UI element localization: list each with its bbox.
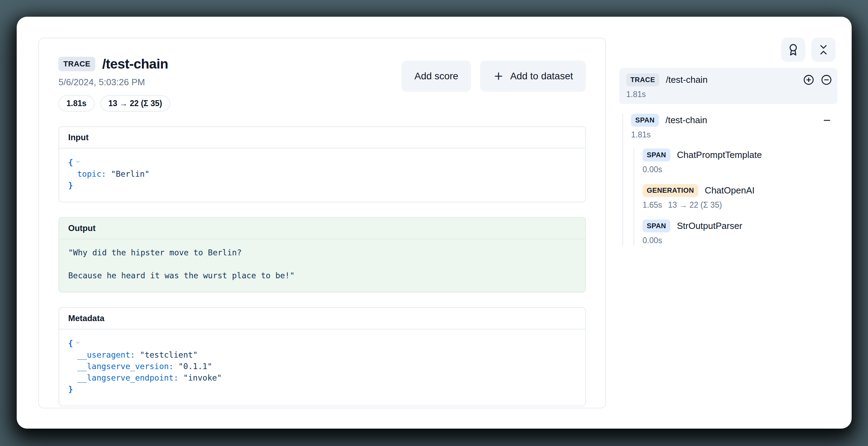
tree-item-span-root[interactable]: SPAN /test-chain 1.81s xyxy=(631,114,837,140)
output-line-1: "Why did the hipster move to Berlin? xyxy=(68,247,576,258)
json-entry: __useragent: "testclient" xyxy=(68,349,576,361)
trace-timestamp: 5/6/2024, 5:03:26 PM xyxy=(58,77,170,88)
minus-icon[interactable] xyxy=(822,116,832,125)
json-open-brace: { xyxy=(68,158,73,167)
tree-item-name: /test-chain xyxy=(666,115,707,126)
award-icon xyxy=(787,43,799,56)
json-key: topic: xyxy=(77,169,106,178)
tree-item-duration: 1.81s xyxy=(626,90,832,99)
json-entry: __langserve_endpoint: "invoke" xyxy=(68,372,576,384)
tree-item-name: /test-chain xyxy=(666,74,708,85)
json-value: "testclient" xyxy=(140,350,198,359)
input-json-viewer: { topic: "Berlin" } xyxy=(59,149,585,202)
tree-item-duration: 1.81s xyxy=(631,130,837,140)
json-value: "invoke" xyxy=(183,373,222,382)
tree-root-actions xyxy=(803,74,832,85)
trace-header: TRACE /test-chain 5/6/2024, 5:03:26 PM 1… xyxy=(58,56,586,112)
trace-type-badge: TRACE xyxy=(58,57,95,71)
tree-item-duration: 0.00s xyxy=(643,165,837,174)
output-content: "Why did the hipster move to Berlin? Bec… xyxy=(59,239,585,292)
tree-item-name: ChatPromptTemplate xyxy=(677,150,762,160)
metadata-panel: Metadata { __useragent: "testclient" __l… xyxy=(58,307,586,406)
trace-header-left: TRACE /test-chain 5/6/2024, 5:03:26 PM 1… xyxy=(58,56,170,112)
json-close-brace: } xyxy=(68,181,73,190)
tree-item-tokens: 13 → 22 (Σ 35) xyxy=(668,200,722,209)
chevron-down-icon[interactable] xyxy=(75,156,81,168)
trace-header-actions: Add score Add to dataset xyxy=(401,61,586,92)
collapse-all-button[interactable] xyxy=(811,38,836,62)
input-panel-title: Input xyxy=(59,127,585,149)
page-background: { "header": { "type_badge": "TRACE", "ti… xyxy=(0,0,868,446)
span-badge: SPAN xyxy=(631,114,659,127)
app-window: TRACE /test-chain 5/6/2024, 5:03:26 PM 1… xyxy=(17,17,852,429)
span-badge: SPAN xyxy=(643,149,670,161)
page-title: /test-chain xyxy=(102,56,168,72)
latency-pill: 1.81s xyxy=(58,95,95,112)
output-panel: Output "Why did the hipster move to Berl… xyxy=(58,217,586,293)
output-panel-title: Output xyxy=(59,218,585,239)
json-key: __langserve_endpoint: xyxy=(77,373,178,382)
json-key: __langserve_version: xyxy=(77,362,174,371)
tree-item-duration: 0.00s xyxy=(643,236,837,245)
trace-badge: TRACE xyxy=(626,73,659,86)
add-score-label: Add score xyxy=(414,71,458,82)
tree-item-trace-root[interactable]: TRACE /test-chain 1.81s xyxy=(619,68,837,104)
chevrons-down-up-icon xyxy=(817,43,830,56)
tree-item-chatopenai[interactable]: GENERATION ChatOpenAI 1.65s13 → 22 (Σ 35… xyxy=(643,184,837,210)
json-entry: __langserve_version: "0.1.1" xyxy=(68,361,576,372)
tree-level-1: SPAN /test-chain 1.81s SPAN ChatPromptTe… xyxy=(622,114,837,245)
plus-icon xyxy=(493,71,504,82)
tree-item-name: ChatOpenAI xyxy=(705,185,755,196)
json-open-brace: { xyxy=(68,339,73,348)
output-blank-line xyxy=(68,258,576,270)
annotate-button[interactable] xyxy=(781,38,805,62)
json-value: "0.1.1" xyxy=(178,362,212,371)
output-line-2: Because he heard it was the wurst place … xyxy=(68,270,576,281)
tree-item-stroutputparser[interactable]: SPAN StrOutputParser 0.00s xyxy=(643,220,837,245)
json-close-brace: } xyxy=(68,385,73,394)
metadata-json-viewer: { __useragent: "testclient" __langserve_… xyxy=(59,329,585,406)
add-score-button[interactable]: Add score xyxy=(401,61,471,92)
circle-minus-icon[interactable] xyxy=(821,74,832,85)
tree-item-duration: 1.65s13 → 22 (Σ 35) xyxy=(643,200,837,210)
tree-item-name: StrOutputParser xyxy=(677,221,742,231)
generation-badge: GENERATION xyxy=(643,184,698,197)
tree-item-chatprompttemplate[interactable]: SPAN ChatPromptTemplate 0.00s xyxy=(643,149,837,174)
span-badge: SPAN xyxy=(643,220,670,232)
input-panel: Input { topic: "Berlin" } xyxy=(58,126,586,202)
add-to-dataset-button[interactable]: Add to dataset xyxy=(480,61,586,92)
tree-level-2: SPAN ChatPromptTemplate 0.00s GENERATION… xyxy=(634,149,837,245)
json-entry: topic: "Berlin" xyxy=(68,168,576,180)
add-to-dataset-label: Add to dataset xyxy=(510,71,573,82)
circle-plus-icon[interactable] xyxy=(803,74,814,85)
json-key: __useragent: xyxy=(77,350,135,359)
trace-detail-card: TRACE /test-chain 5/6/2024, 5:03:26 PM 1… xyxy=(38,38,606,408)
token-usage-pill: 13 → 22 (Σ 35) xyxy=(101,95,170,112)
chevron-down-icon[interactable] xyxy=(75,337,81,349)
json-value: "Berlin" xyxy=(111,169,150,178)
metadata-panel-title: Metadata xyxy=(59,308,585,329)
trace-stats-row: 1.81s 13 → 22 (Σ 35) xyxy=(58,95,170,112)
trace-tree: TRACE /test-chain 1.81s SPAN /test-chain… xyxy=(619,68,837,245)
